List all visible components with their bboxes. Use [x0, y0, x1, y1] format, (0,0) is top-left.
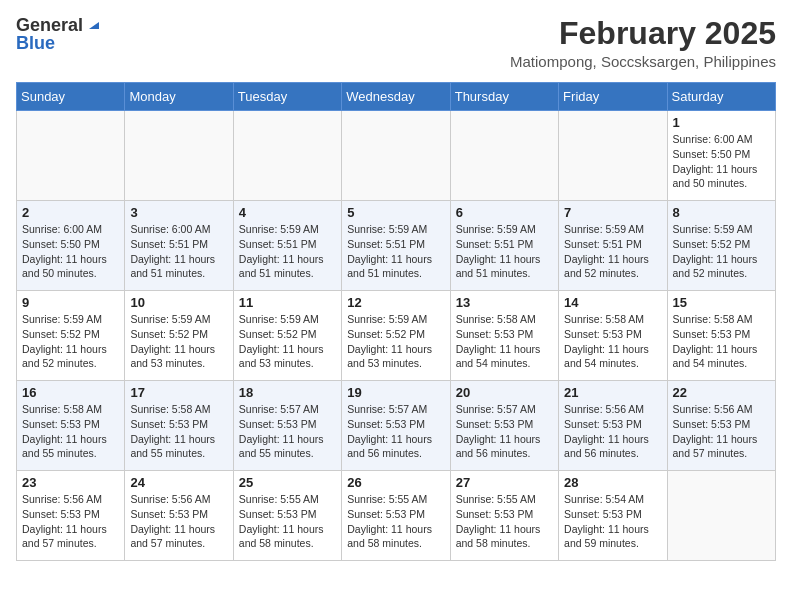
- calendar-cell: 9Sunrise: 5:59 AM Sunset: 5:52 PM Daylig…: [17, 291, 125, 381]
- column-header-sunday: Sunday: [17, 83, 125, 111]
- day-number: 15: [673, 295, 770, 310]
- day-number: 7: [564, 205, 661, 220]
- calendar-cell: 21Sunrise: 5:56 AM Sunset: 5:53 PM Dayli…: [559, 381, 667, 471]
- calendar-cell: 13Sunrise: 5:58 AM Sunset: 5:53 PM Dayli…: [450, 291, 558, 381]
- calendar-week-row: 9Sunrise: 5:59 AM Sunset: 5:52 PM Daylig…: [17, 291, 776, 381]
- day-info: Sunrise: 5:59 AM Sunset: 5:52 PM Dayligh…: [673, 222, 770, 281]
- calendar-cell: 3Sunrise: 6:00 AM Sunset: 5:51 PM Daylig…: [125, 201, 233, 291]
- day-number: 5: [347, 205, 444, 220]
- column-header-monday: Monday: [125, 83, 233, 111]
- calendar-cell: 23Sunrise: 5:56 AM Sunset: 5:53 PM Dayli…: [17, 471, 125, 561]
- day-info: Sunrise: 5:59 AM Sunset: 5:51 PM Dayligh…: [347, 222, 444, 281]
- day-info: Sunrise: 6:00 AM Sunset: 5:50 PM Dayligh…: [673, 132, 770, 191]
- day-info: Sunrise: 5:56 AM Sunset: 5:53 PM Dayligh…: [564, 402, 661, 461]
- calendar-cell: 26Sunrise: 5:55 AM Sunset: 5:53 PM Dayli…: [342, 471, 450, 561]
- day-number: 12: [347, 295, 444, 310]
- calendar-cell: [125, 111, 233, 201]
- day-number: 17: [130, 385, 227, 400]
- calendar-cell: 22Sunrise: 5:56 AM Sunset: 5:53 PM Dayli…: [667, 381, 775, 471]
- calendar-cell: 24Sunrise: 5:56 AM Sunset: 5:53 PM Dayli…: [125, 471, 233, 561]
- calendar-week-row: 1Sunrise: 6:00 AM Sunset: 5:50 PM Daylig…: [17, 111, 776, 201]
- day-info: Sunrise: 5:58 AM Sunset: 5:53 PM Dayligh…: [130, 402, 227, 461]
- calendar-cell: 5Sunrise: 5:59 AM Sunset: 5:51 PM Daylig…: [342, 201, 450, 291]
- column-header-saturday: Saturday: [667, 83, 775, 111]
- day-number: 11: [239, 295, 336, 310]
- calendar-cell: 7Sunrise: 5:59 AM Sunset: 5:51 PM Daylig…: [559, 201, 667, 291]
- day-info: Sunrise: 5:56 AM Sunset: 5:53 PM Dayligh…: [130, 492, 227, 551]
- day-number: 23: [22, 475, 119, 490]
- calendar-cell: 19Sunrise: 5:57 AM Sunset: 5:53 PM Dayli…: [342, 381, 450, 471]
- calendar-week-row: 16Sunrise: 5:58 AM Sunset: 5:53 PM Dayli…: [17, 381, 776, 471]
- day-info: Sunrise: 5:59 AM Sunset: 5:52 PM Dayligh…: [130, 312, 227, 371]
- calendar-cell: [17, 111, 125, 201]
- day-number: 19: [347, 385, 444, 400]
- day-info: Sunrise: 5:57 AM Sunset: 5:53 PM Dayligh…: [456, 402, 553, 461]
- day-info: Sunrise: 5:55 AM Sunset: 5:53 PM Dayligh…: [456, 492, 553, 551]
- day-number: 24: [130, 475, 227, 490]
- calendar-cell: 2Sunrise: 6:00 AM Sunset: 5:50 PM Daylig…: [17, 201, 125, 291]
- day-info: Sunrise: 6:00 AM Sunset: 5:50 PM Dayligh…: [22, 222, 119, 281]
- title-block: February 2025 Matiompong, Soccsksargen, …: [510, 16, 776, 70]
- logo: General Blue: [16, 16, 103, 52]
- column-header-tuesday: Tuesday: [233, 83, 341, 111]
- calendar-week-row: 2Sunrise: 6:00 AM Sunset: 5:50 PM Daylig…: [17, 201, 776, 291]
- calendar-cell: 1Sunrise: 6:00 AM Sunset: 5:50 PM Daylig…: [667, 111, 775, 201]
- day-number: 26: [347, 475, 444, 490]
- calendar-cell: [342, 111, 450, 201]
- day-info: Sunrise: 5:56 AM Sunset: 5:53 PM Dayligh…: [22, 492, 119, 551]
- calendar-cell: 25Sunrise: 5:55 AM Sunset: 5:53 PM Dayli…: [233, 471, 341, 561]
- calendar-cell: 27Sunrise: 5:55 AM Sunset: 5:53 PM Dayli…: [450, 471, 558, 561]
- calendar-cell: 8Sunrise: 5:59 AM Sunset: 5:52 PM Daylig…: [667, 201, 775, 291]
- calendar-cell: 17Sunrise: 5:58 AM Sunset: 5:53 PM Dayli…: [125, 381, 233, 471]
- calendar-cell: 14Sunrise: 5:58 AM Sunset: 5:53 PM Dayli…: [559, 291, 667, 381]
- logo-general-text: General: [16, 16, 83, 34]
- day-number: 2: [22, 205, 119, 220]
- logo-arrow-icon: [85, 15, 103, 33]
- calendar-cell: 10Sunrise: 5:59 AM Sunset: 5:52 PM Dayli…: [125, 291, 233, 381]
- calendar-cell: 12Sunrise: 5:59 AM Sunset: 5:52 PM Dayli…: [342, 291, 450, 381]
- day-number: 1: [673, 115, 770, 130]
- day-number: 13: [456, 295, 553, 310]
- column-header-friday: Friday: [559, 83, 667, 111]
- month-title: February 2025: [510, 16, 776, 51]
- day-number: 28: [564, 475, 661, 490]
- svg-marker-0: [89, 22, 99, 29]
- day-number: 14: [564, 295, 661, 310]
- calendar-cell: [667, 471, 775, 561]
- day-info: Sunrise: 5:59 AM Sunset: 5:52 PM Dayligh…: [239, 312, 336, 371]
- calendar-table: SundayMondayTuesdayWednesdayThursdayFrid…: [16, 82, 776, 561]
- calendar-cell: 4Sunrise: 5:59 AM Sunset: 5:51 PM Daylig…: [233, 201, 341, 291]
- day-info: Sunrise: 5:59 AM Sunset: 5:52 PM Dayligh…: [347, 312, 444, 371]
- day-info: Sunrise: 5:57 AM Sunset: 5:53 PM Dayligh…: [347, 402, 444, 461]
- day-info: Sunrise: 5:59 AM Sunset: 5:52 PM Dayligh…: [22, 312, 119, 371]
- day-number: 25: [239, 475, 336, 490]
- location-title: Matiompong, Soccsksargen, Philippines: [510, 53, 776, 70]
- day-number: 10: [130, 295, 227, 310]
- calendar-cell: 11Sunrise: 5:59 AM Sunset: 5:52 PM Dayli…: [233, 291, 341, 381]
- calendar-week-row: 23Sunrise: 5:56 AM Sunset: 5:53 PM Dayli…: [17, 471, 776, 561]
- calendar-header-row: SundayMondayTuesdayWednesdayThursdayFrid…: [17, 83, 776, 111]
- day-info: Sunrise: 5:59 AM Sunset: 5:51 PM Dayligh…: [239, 222, 336, 281]
- calendar-cell: 15Sunrise: 5:58 AM Sunset: 5:53 PM Dayli…: [667, 291, 775, 381]
- column-header-wednesday: Wednesday: [342, 83, 450, 111]
- calendar-cell: 20Sunrise: 5:57 AM Sunset: 5:53 PM Dayli…: [450, 381, 558, 471]
- day-info: Sunrise: 5:54 AM Sunset: 5:53 PM Dayligh…: [564, 492, 661, 551]
- day-number: 18: [239, 385, 336, 400]
- page-header: General Blue February 2025 Matiompong, S…: [16, 16, 776, 70]
- day-info: Sunrise: 5:57 AM Sunset: 5:53 PM Dayligh…: [239, 402, 336, 461]
- day-info: Sunrise: 5:58 AM Sunset: 5:53 PM Dayligh…: [564, 312, 661, 371]
- day-number: 20: [456, 385, 553, 400]
- calendar-cell: [559, 111, 667, 201]
- day-info: Sunrise: 5:59 AM Sunset: 5:51 PM Dayligh…: [456, 222, 553, 281]
- day-info: Sunrise: 5:58 AM Sunset: 5:53 PM Dayligh…: [673, 312, 770, 371]
- calendar-cell: 6Sunrise: 5:59 AM Sunset: 5:51 PM Daylig…: [450, 201, 558, 291]
- day-info: Sunrise: 6:00 AM Sunset: 5:51 PM Dayligh…: [130, 222, 227, 281]
- calendar-cell: 18Sunrise: 5:57 AM Sunset: 5:53 PM Dayli…: [233, 381, 341, 471]
- day-info: Sunrise: 5:58 AM Sunset: 5:53 PM Dayligh…: [456, 312, 553, 371]
- day-number: 16: [22, 385, 119, 400]
- day-number: 3: [130, 205, 227, 220]
- calendar-cell: 16Sunrise: 5:58 AM Sunset: 5:53 PM Dayli…: [17, 381, 125, 471]
- calendar-cell: [233, 111, 341, 201]
- day-number: 4: [239, 205, 336, 220]
- calendar-cell: [450, 111, 558, 201]
